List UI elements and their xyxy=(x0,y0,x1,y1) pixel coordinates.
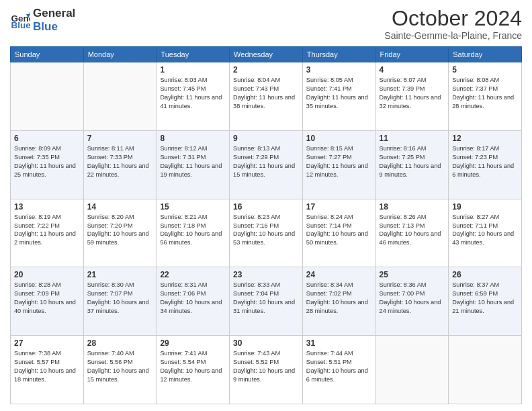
day-number: 1 xyxy=(160,65,226,75)
col-sunday: Sunday xyxy=(11,47,84,62)
table-row: 30Sunrise: 7:43 AM Sunset: 5:52 PM Dayli… xyxy=(230,336,303,404)
day-number: 6 xyxy=(14,134,80,143)
table-row: 4Sunrise: 8:07 AM Sunset: 7:39 PM Daylig… xyxy=(375,62,449,131)
table-row xyxy=(375,336,449,404)
day-number: 23 xyxy=(233,270,299,279)
svg-text:Blue: Blue xyxy=(11,20,31,30)
day-info: Sunrise: 8:28 AM Sunset: 7:09 PM Dayligh… xyxy=(14,281,80,316)
day-number: 29 xyxy=(160,338,226,348)
table-row: 15Sunrise: 8:21 AM Sunset: 7:18 PM Dayli… xyxy=(157,199,230,267)
day-number: 5 xyxy=(452,65,518,75)
table-row xyxy=(449,336,522,404)
day-info: Sunrise: 8:03 AM Sunset: 7:45 PM Dayligh… xyxy=(160,76,226,111)
day-number: 7 xyxy=(87,134,153,143)
subtitle: Sainte-Gemme-la-Plaine, France xyxy=(384,30,522,41)
table-row: 9Sunrise: 8:13 AM Sunset: 7:29 PM Daylig… xyxy=(230,130,303,199)
table-row: 5Sunrise: 8:08 AM Sunset: 7:37 PM Daylig… xyxy=(449,62,522,131)
day-info: Sunrise: 8:27 AM Sunset: 7:11 PM Dayligh… xyxy=(452,213,518,248)
day-info: Sunrise: 8:07 AM Sunset: 7:39 PM Dayligh… xyxy=(380,76,445,111)
table-row: 12Sunrise: 8:17 AM Sunset: 7:23 PM Dayli… xyxy=(449,130,522,199)
table-row: 17Sunrise: 8:24 AM Sunset: 7:14 PM Dayli… xyxy=(302,199,375,267)
day-number: 11 xyxy=(380,134,445,143)
day-number: 22 xyxy=(160,270,226,279)
calendar-header-row: Sunday Monday Tuesday Wednesday Thursday… xyxy=(11,47,522,62)
header: General Blue General Blue October 2024 S… xyxy=(10,7,522,41)
table-row: 14Sunrise: 8:20 AM Sunset: 7:20 PM Dayli… xyxy=(83,199,157,267)
table-row: 2Sunrise: 8:04 AM Sunset: 7:43 PM Daylig… xyxy=(230,62,303,131)
day-number: 2 xyxy=(233,65,299,75)
table-row: 7Sunrise: 8:11 AM Sunset: 7:33 PM Daylig… xyxy=(83,130,157,199)
table-row: 13Sunrise: 8:19 AM Sunset: 7:22 PM Dayli… xyxy=(11,199,84,267)
table-row: 29Sunrise: 7:41 AM Sunset: 5:54 PM Dayli… xyxy=(157,336,230,404)
day-number: 27 xyxy=(14,338,80,348)
day-info: Sunrise: 8:19 AM Sunset: 7:22 PM Dayligh… xyxy=(14,213,80,248)
col-friday: Friday xyxy=(375,47,449,62)
day-info: Sunrise: 8:11 AM Sunset: 7:33 PM Dayligh… xyxy=(87,144,153,179)
day-info: Sunrise: 7:40 AM Sunset: 5:56 PM Dayligh… xyxy=(87,349,153,384)
day-info: Sunrise: 8:21 AM Sunset: 7:18 PM Dayligh… xyxy=(160,213,226,248)
table-row: 8Sunrise: 8:12 AM Sunset: 7:31 PM Daylig… xyxy=(157,130,230,199)
logo: General Blue General Blue xyxy=(10,7,75,33)
day-info: Sunrise: 8:31 AM Sunset: 7:06 PM Dayligh… xyxy=(160,281,226,316)
day-info: Sunrise: 8:16 AM Sunset: 7:25 PM Dayligh… xyxy=(380,144,445,179)
col-tuesday: Tuesday xyxy=(157,47,230,62)
day-number: 19 xyxy=(452,202,518,212)
day-info: Sunrise: 8:13 AM Sunset: 7:29 PM Dayligh… xyxy=(233,144,299,179)
calendar-week-row: 20Sunrise: 8:28 AM Sunset: 7:09 PM Dayli… xyxy=(11,267,522,336)
main-title: October 2024 xyxy=(384,7,522,30)
table-row: 28Sunrise: 7:40 AM Sunset: 5:56 PM Dayli… xyxy=(83,336,157,404)
day-number: 4 xyxy=(380,65,445,75)
day-number: 9 xyxy=(233,134,299,143)
table-row: 31Sunrise: 7:44 AM Sunset: 5:51 PM Dayli… xyxy=(302,336,375,404)
day-number: 30 xyxy=(233,338,299,348)
day-number: 8 xyxy=(160,134,226,143)
table-row: 27Sunrise: 7:38 AM Sunset: 5:57 PM Dayli… xyxy=(11,336,84,404)
day-number: 25 xyxy=(380,270,445,279)
day-info: Sunrise: 7:38 AM Sunset: 5:57 PM Dayligh… xyxy=(14,349,80,384)
table-row: 23Sunrise: 8:33 AM Sunset: 7:04 PM Dayli… xyxy=(230,267,303,336)
calendar-week-row: 1Sunrise: 8:03 AM Sunset: 7:45 PM Daylig… xyxy=(11,62,522,131)
day-info: Sunrise: 8:08 AM Sunset: 7:37 PM Dayligh… xyxy=(452,76,518,111)
day-info: Sunrise: 8:24 AM Sunset: 7:14 PM Dayligh… xyxy=(306,213,372,248)
day-info: Sunrise: 8:34 AM Sunset: 7:02 PM Dayligh… xyxy=(306,281,372,316)
table-row: 1Sunrise: 8:03 AM Sunset: 7:45 PM Daylig… xyxy=(157,62,230,131)
calendar-week-row: 13Sunrise: 8:19 AM Sunset: 7:22 PM Dayli… xyxy=(11,199,522,267)
table-row: 25Sunrise: 8:36 AM Sunset: 7:00 PM Dayli… xyxy=(375,267,449,336)
col-monday: Monday xyxy=(83,47,157,62)
table-row: 3Sunrise: 8:05 AM Sunset: 7:41 PM Daylig… xyxy=(302,62,375,131)
logo-line1: General xyxy=(33,7,75,20)
day-number: 20 xyxy=(14,270,80,279)
table-row xyxy=(83,62,157,131)
page: General Blue General Blue October 2024 S… xyxy=(0,0,532,411)
day-number: 17 xyxy=(306,202,372,212)
table-row: 21Sunrise: 8:30 AM Sunset: 7:07 PM Dayli… xyxy=(83,267,157,336)
day-info: Sunrise: 8:20 AM Sunset: 7:20 PM Dayligh… xyxy=(87,213,153,248)
table-row: 26Sunrise: 8:37 AM Sunset: 6:59 PM Dayli… xyxy=(449,267,522,336)
calendar-table: Sunday Monday Tuesday Wednesday Thursday… xyxy=(10,46,522,404)
day-number: 24 xyxy=(306,270,372,279)
table-row: 22Sunrise: 8:31 AM Sunset: 7:06 PM Dayli… xyxy=(157,267,230,336)
table-row: 6Sunrise: 8:09 AM Sunset: 7:35 PM Daylig… xyxy=(11,130,84,199)
day-info: Sunrise: 8:15 AM Sunset: 7:27 PM Dayligh… xyxy=(306,144,372,179)
day-info: Sunrise: 8:36 AM Sunset: 7:00 PM Dayligh… xyxy=(380,281,445,316)
day-number: 21 xyxy=(87,270,153,279)
day-number: 14 xyxy=(87,202,153,212)
day-number: 3 xyxy=(306,65,372,75)
day-info: Sunrise: 8:30 AM Sunset: 7:07 PM Dayligh… xyxy=(87,281,153,316)
table-row: 19Sunrise: 8:27 AM Sunset: 7:11 PM Dayli… xyxy=(449,199,522,267)
table-row: 24Sunrise: 8:34 AM Sunset: 7:02 PM Dayli… xyxy=(302,267,375,336)
table-row: 20Sunrise: 8:28 AM Sunset: 7:09 PM Dayli… xyxy=(11,267,84,336)
day-number: 10 xyxy=(306,134,372,143)
day-number: 18 xyxy=(380,202,445,212)
day-info: Sunrise: 7:41 AM Sunset: 5:54 PM Dayligh… xyxy=(160,349,226,384)
day-number: 16 xyxy=(233,202,299,212)
calendar-week-row: 6Sunrise: 8:09 AM Sunset: 7:35 PM Daylig… xyxy=(11,130,522,199)
day-number: 13 xyxy=(14,202,80,212)
table-row: 16Sunrise: 8:23 AM Sunset: 7:16 PM Dayli… xyxy=(230,199,303,267)
day-number: 15 xyxy=(160,202,226,212)
day-number: 28 xyxy=(87,338,153,348)
day-info: Sunrise: 8:26 AM Sunset: 7:13 PM Dayligh… xyxy=(380,213,445,248)
day-number: 26 xyxy=(452,270,518,279)
table-row xyxy=(11,62,84,131)
col-wednesday: Wednesday xyxy=(230,47,303,62)
